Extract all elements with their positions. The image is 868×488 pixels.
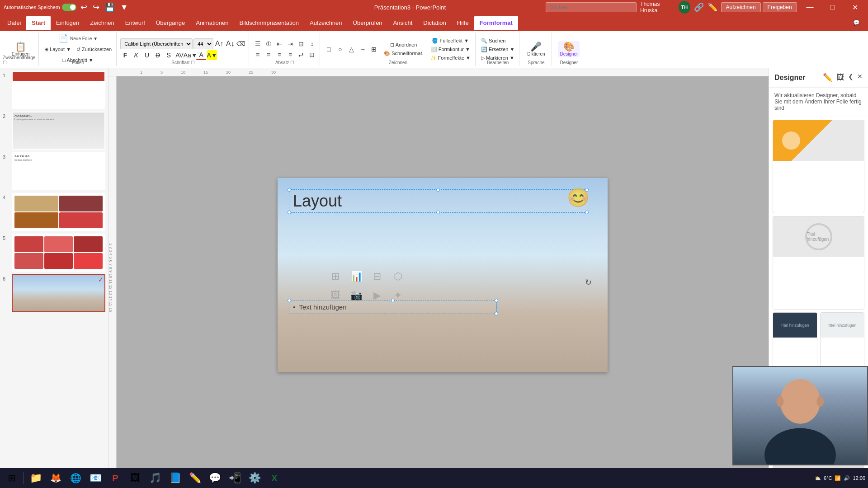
increase-font-btn[interactable]: A↑: [214, 39, 224, 49]
aufzeichnen-btn[interactable]: Aufzeichnen: [721, 2, 761, 12]
outdent-btn[interactable]: ⇤: [274, 39, 284, 49]
taskbar-explorer[interactable]: 📁: [27, 469, 45, 487]
design-card-1[interactable]: [773, 120, 864, 213]
insert-image-icon[interactable]: 🖼: [327, 287, 344, 304]
case-btn[interactable]: Aa▼: [185, 50, 195, 60]
taskbar-powerpoint[interactable]: P: [106, 469, 124, 487]
shape-tri[interactable]: △: [346, 44, 356, 54]
slide-thumb-4[interactable]: 4: [3, 193, 105, 231]
taskbar-music[interactable]: 🎵: [146, 469, 164, 487]
insert-smartart-icon[interactable]: ⊟: [369, 268, 385, 285]
slide-canvas[interactable]: ↻ Layout: [278, 178, 608, 372]
start-btn[interactable]: ⊞: [3, 469, 21, 487]
slide-img-6[interactable]: [12, 274, 105, 312]
pen-icon[interactable]: ✏️: [708, 2, 717, 12]
taskbar-onenote[interactable]: 📘: [166, 469, 184, 487]
insert-chart-icon[interactable]: 📊: [348, 268, 364, 285]
textbox-btn[interactable]: ⊡: [307, 50, 317, 60]
designer-edit-icon[interactable]: ✏️: [823, 73, 833, 83]
search-input[interactable]: [546, 2, 637, 12]
slide-thumb-3[interactable]: 3 SALZBURG... Content text here: [3, 152, 105, 190]
justify-btn[interactable]: ≡: [285, 50, 295, 60]
font-selector[interactable]: Calibri Light (Überschriften): [120, 38, 193, 49]
underline-btn[interactable]: U: [142, 50, 152, 60]
formeffekte-btn[interactable]: ✨ Formeffekte ▼: [429, 54, 473, 62]
designer-image-icon[interactable]: 🖼: [836, 73, 844, 83]
formkontur-btn[interactable]: ⬜ Formkontur ▼: [429, 46, 473, 53]
insert-pictures-icon[interactable]: 📷: [348, 287, 364, 304]
ersetzen-btn[interactable]: 🔄 Ersetzen ▼: [479, 46, 516, 53]
suchen-btn[interactable]: 🔍 Suchen: [479, 37, 507, 45]
slide-img-2[interactable]: ADRESSBR... Lorem ipsum dolor sit amet c…: [12, 112, 105, 150]
insert-3d-icon[interactable]: ⬡: [390, 268, 406, 285]
handle-br[interactable]: [585, 211, 589, 214]
tab-entwurf[interactable]: Entwurf: [120, 16, 151, 30]
shape-rect[interactable]: □: [324, 44, 334, 54]
slide-thumb-6[interactable]: 6: [3, 274, 105, 312]
rotate-handle[interactable]: ↻: [585, 277, 592, 287]
handle-c-br[interactable]: [495, 312, 498, 315]
numbering-btn[interactable]: ①: [264, 39, 274, 49]
redo-btn[interactable]: ↪: [91, 2, 101, 12]
taskbar-chrome[interactable]: 🌐: [66, 469, 85, 487]
taskbar-excel[interactable]: X: [265, 469, 283, 487]
clear-format-btn[interactable]: ⌫: [236, 39, 246, 49]
shadow-btn[interactable]: S: [164, 50, 174, 60]
share-icon[interactable]: 🔗: [694, 2, 704, 12]
bullets-btn[interactable]: ☰: [253, 39, 263, 49]
bold-btn[interactable]: F: [120, 50, 130, 60]
handle-tl[interactable]: [288, 188, 291, 192]
tab-ansicht[interactable]: Ansicht: [388, 16, 418, 30]
designer-collapse-btn[interactable]: ❮: [848, 73, 854, 83]
italic-btn[interactable]: K: [131, 50, 141, 60]
comments-btn[interactable]: 💬: [850, 19, 863, 27]
taskbar-settings[interactable]: ⚙️: [245, 469, 264, 487]
tab-start[interactable]: Start: [26, 16, 51, 30]
schnellformat-btn[interactable]: 🎨 Schnellformat.: [382, 50, 425, 57]
tab-hilfe[interactable]: Hilfe: [452, 16, 474, 30]
align-right-btn[interactable]: ≡: [274, 50, 284, 60]
title-textbox[interactable]: Layout: [289, 189, 587, 213]
taskbar-phone[interactable]: 📲: [226, 469, 244, 487]
tab-bildschirmpraesenation[interactable]: Bildschirmpräsentation: [234, 16, 304, 30]
strikethrough-btn[interactable]: D: [153, 50, 163, 60]
shape-oval[interactable]: ○: [335, 44, 345, 54]
minimize-btn[interactable]: —: [801, 0, 820, 14]
textdir-btn[interactable]: ⇄: [296, 50, 306, 60]
tab-aufzeichnen[interactable]: Aufzeichnen: [304, 16, 348, 30]
fuellung-btn[interactable]: 🪣 Fülleeffekt ▼: [429, 37, 473, 45]
tab-einfuegen[interactable]: Einfügen: [51, 16, 85, 30]
slide-img-5[interactable]: [12, 234, 105, 272]
tab-datei[interactable]: Datei: [2, 16, 26, 30]
maximize-btn[interactable]: □: [823, 0, 842, 14]
columns-btn[interactable]: ⊟: [296, 39, 306, 49]
canvas-area[interactable]: ↻ Layout: [117, 76, 769, 474]
shape-arrow[interactable]: →: [358, 44, 368, 54]
designer-btn[interactable]: 🎨 Designer: [558, 41, 580, 57]
content-placeholder-text[interactable]: Text hinzufügen: [299, 303, 346, 311]
tab-animationen[interactable]: Animationen: [190, 16, 234, 30]
close-btn[interactable]: ✕: [845, 0, 864, 14]
align-center-btn[interactable]: ≡: [264, 50, 274, 60]
smile-emoji[interactable]: 😊: [567, 187, 590, 208]
neue-folie-btn[interactable]: 📄 Neue Folie ▼: [57, 33, 99, 43]
handle-tm[interactable]: [436, 188, 440, 192]
taskbar-chat[interactable]: 💬: [206, 469, 224, 487]
font-size-selector[interactable]: 44: [193, 38, 213, 49]
slide-thumb-5[interactable]: 5: [3, 234, 105, 272]
autosave-toggle[interactable]: [62, 4, 76, 11]
tab-ueberpruefen[interactable]: Überprüfen: [348, 16, 388, 30]
insert-video-icon[interactable]: ▶: [369, 287, 385, 304]
more-btn[interactable]: ▼: [119, 3, 130, 12]
taskbar-mail[interactable]: 📧: [86, 469, 104, 487]
insert-table-icon[interactable]: ⊞: [327, 268, 344, 285]
tab-formformat[interactable]: Formformat: [474, 16, 518, 30]
taskbar-photo[interactable]: 🖼: [126, 469, 144, 487]
design-card-2[interactable]: Titel hinzufügen: [773, 216, 864, 310]
handle-c-tl[interactable]: [288, 299, 291, 302]
slide-thumb-2[interactable]: 2 ADRESSBR... Lorem ipsum dolor sit amet…: [3, 112, 105, 150]
indent-btn[interactable]: ⇥: [285, 39, 295, 49]
decrease-font-btn[interactable]: A↓: [225, 39, 235, 49]
diktieren-btn[interactable]: 🎤 Diktieren: [525, 41, 547, 57]
freigeben-btn[interactable]: Freigeben: [763, 2, 797, 12]
